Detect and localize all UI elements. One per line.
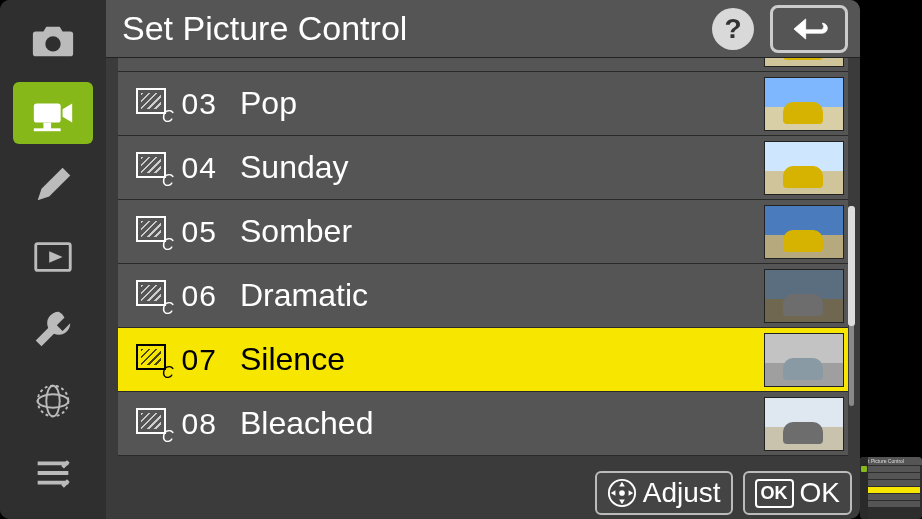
- preset-code: C03: [136, 87, 228, 121]
- preset-code: C07: [136, 343, 228, 377]
- preset-name: Silence: [228, 341, 764, 378]
- picture-control-list[interactable]: C02MorningC03PopC04SundayC05SomberC06Dra…: [118, 58, 848, 456]
- adjust-hint: Adjust: [595, 471, 733, 515]
- camera-menu-screen: Set Picture Control ? C02MorningC03PopC0…: [0, 0, 860, 519]
- mini-preview-thumbnail: Set Picture Control: [860, 457, 922, 519]
- picture-control-row[interactable]: C03Pop: [118, 72, 848, 136]
- picture-control-row[interactable]: C02Morning: [118, 58, 848, 72]
- pencil-icon: [30, 162, 76, 208]
- menu-tab-sidebar: [0, 0, 106, 519]
- preset-code-prefix: C: [162, 364, 174, 382]
- footer-hints: Adjust OK OK: [595, 471, 852, 515]
- preset-thumbnail: [764, 397, 844, 451]
- preset-code-number: 04: [182, 151, 217, 185]
- my-menu-icon: [30, 450, 76, 496]
- preset-thumbnail: [764, 333, 844, 387]
- adjust-label: Adjust: [643, 477, 721, 509]
- preset-name: Pop: [228, 85, 764, 122]
- page-title: Set Picture Control: [122, 9, 702, 48]
- mini-row: [868, 480, 920, 486]
- preset-thumbnail: [764, 141, 844, 195]
- tab-my-menu[interactable]: [13, 442, 93, 504]
- preset-name: Somber: [228, 213, 764, 250]
- preset-name: Bleached: [228, 405, 764, 442]
- mini-row: [868, 501, 920, 507]
- ok-badge: OK: [755, 479, 794, 508]
- preset-code-prefix: C: [162, 172, 174, 190]
- preset-code: C05: [136, 215, 228, 249]
- preset-thumbnail: [764, 269, 844, 323]
- svg-point-7: [46, 386, 59, 417]
- header-bar: Set Picture Control ?: [106, 0, 860, 58]
- preset-code-number: 06: [182, 279, 217, 313]
- tab-movie-shooting[interactable]: [13, 82, 93, 144]
- preset-code-number: 03: [182, 87, 217, 121]
- ok-label: OK: [800, 477, 840, 509]
- preset-thumbnail: [764, 77, 844, 131]
- picture-control-row[interactable]: C04Sunday: [118, 136, 848, 200]
- preset-code: C08: [136, 407, 228, 441]
- tab-photo-shooting[interactable]: [13, 10, 93, 72]
- mini-preview-title: Set Picture Control: [860, 457, 922, 465]
- svg-rect-1: [34, 103, 61, 122]
- svg-point-9: [619, 490, 625, 496]
- preset-code-number: 07: [182, 343, 217, 377]
- picture-control-row[interactable]: C06Dramatic: [118, 264, 848, 328]
- picture-control-row[interactable]: C08Bleached: [118, 392, 848, 456]
- main-panel: Set Picture Control ? C02MorningC03PopC0…: [106, 0, 860, 519]
- ok-hint: OK OK: [743, 471, 852, 515]
- tab-playback[interactable]: [13, 226, 93, 288]
- preset-code-prefix: C: [162, 58, 174, 62]
- mini-row: [868, 494, 920, 500]
- tab-network[interactable]: [13, 370, 93, 432]
- tab-custom-setting[interactable]: [13, 154, 93, 216]
- preset-thumbnail: [764, 58, 844, 67]
- preset-thumbnail: [764, 205, 844, 259]
- preset-name: Sunday: [228, 149, 764, 186]
- play-rect-icon: [30, 234, 76, 280]
- scrollbar-thumb[interactable]: [848, 206, 855, 326]
- mini-row: [868, 466, 920, 472]
- preset-name: Dramatic: [228, 277, 764, 314]
- preset-code-prefix: C: [162, 428, 174, 446]
- tab-setup[interactable]: [13, 298, 93, 360]
- preset-code-number: 08: [182, 407, 217, 441]
- scrollbar[interactable]: [849, 206, 854, 406]
- camera-icon: [30, 18, 76, 64]
- help-button[interactable]: ?: [712, 8, 754, 50]
- svg-point-6: [38, 394, 69, 407]
- back-button[interactable]: [770, 5, 848, 53]
- picture-control-row[interactable]: C05Somber: [118, 200, 848, 264]
- back-arrow-icon: [789, 14, 829, 44]
- globe-icon: [30, 378, 76, 424]
- preset-code-prefix: C: [162, 300, 174, 318]
- mini-row: [868, 473, 920, 479]
- preset-code-number: 05: [182, 215, 217, 249]
- mini-row: [868, 487, 920, 493]
- list-viewport: C02MorningC03PopC04SundayC05SomberC06Dra…: [106, 58, 856, 469]
- svg-point-5: [38, 386, 69, 417]
- movie-camera-icon: [30, 90, 76, 136]
- dpad-icon: [607, 478, 637, 508]
- preset-code: C04: [136, 151, 228, 185]
- svg-rect-3: [34, 128, 61, 131]
- picture-control-row[interactable]: C07Silence: [118, 328, 848, 392]
- wrench-icon: [30, 306, 76, 352]
- preset-code: C06: [136, 279, 228, 313]
- svg-point-0: [45, 36, 60, 51]
- preset-code-prefix: C: [162, 236, 174, 254]
- preset-code-prefix: C: [162, 108, 174, 126]
